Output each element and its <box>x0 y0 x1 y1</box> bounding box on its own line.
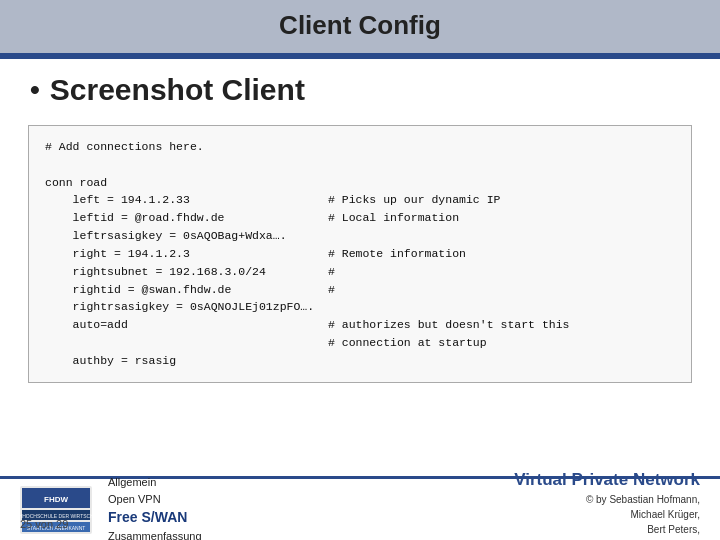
slide-title-area: • Screenshot Client <box>0 59 720 117</box>
slide-number: 25 von 29 <box>20 518 68 530</box>
vpn-title: Virtual Private Network <box>514 467 700 493</box>
footer-menu3[interactable]: Free S/WAN <box>108 509 187 525</box>
footer-right: Virtual Private Network © by Sebastian H… <box>514 467 700 540</box>
slide-heading: Screenshot Client <box>50 73 305 107</box>
footer-menu4[interactable]: Zusammenfassung <box>108 530 202 540</box>
footer-menu2[interactable]: Open VPN <box>108 493 161 505</box>
footer-credits: © by Sebastian Hofmann, Michael Krüger, … <box>514 492 700 540</box>
bullet-dot: • <box>30 74 40 106</box>
footer: FHDW FACHHOCHSCHULE DER WIRTSCHAFT STAAT… <box>0 476 720 540</box>
svg-text:FHDW: FHDW <box>44 495 68 504</box>
page-title: Client Config <box>0 10 720 41</box>
footer-menu1[interactable]: Allgemein <box>108 476 156 488</box>
bullet-title: • Screenshot Client <box>30 73 690 107</box>
footer-nav: Allgemein Open VPN Free S/WAN Zusammenfa… <box>108 474 514 540</box>
code-block: # Add connections here. conn road left =… <box>28 125 692 383</box>
header: Client Config <box>0 0 720 59</box>
